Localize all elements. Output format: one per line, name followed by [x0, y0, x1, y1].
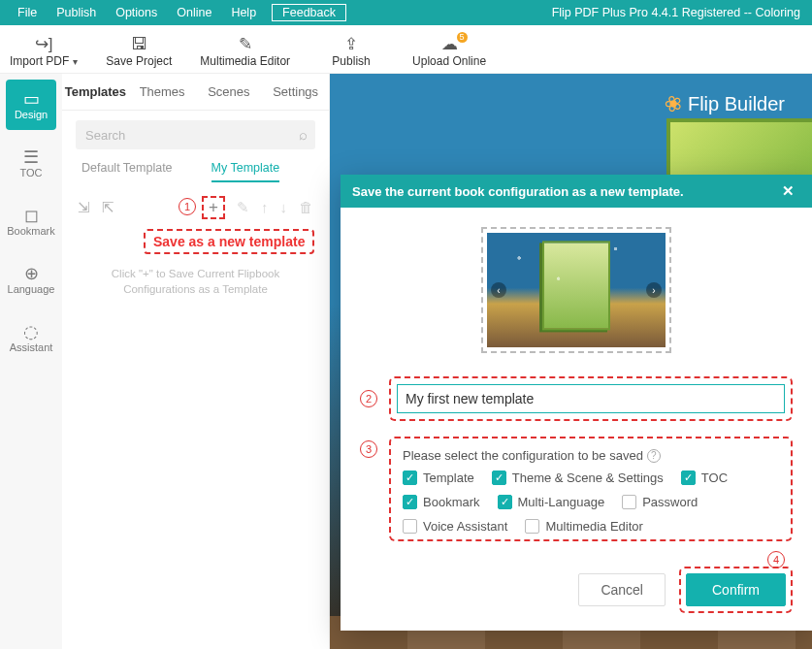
upload-badge: 5: [457, 32, 468, 43]
annotation-marker-3: 3: [360, 440, 377, 458]
multimedia-label: Multimedia Editor: [200, 54, 290, 68]
publish-icon: ⇪: [344, 35, 358, 54]
delete-template-icon[interactable]: 🗑: [299, 199, 313, 216]
menu-feedback[interactable]: Feedback: [272, 4, 346, 21]
panel-tabs: Templates Themes Scenes Settings: [62, 74, 329, 111]
brand-label: ❀ Flip Builder: [665, 91, 785, 116]
publish-label: Publish: [332, 54, 370, 68]
rail-toc-label: TOC: [19, 167, 42, 178]
leaf-icon: ❀: [661, 89, 686, 119]
menu-options[interactable]: Options: [106, 6, 167, 19]
checkbox-template[interactable]: ✓Template: [403, 471, 474, 485]
menu-help[interactable]: Help: [221, 6, 266, 19]
rail-bookmark[interactable]: ◻ Bookmark: [6, 196, 56, 246]
upload-label: Upload Online: [412, 54, 486, 68]
checkbox-voice-assistant[interactable]: Voice Assistant: [403, 519, 507, 534]
checkbox-toc[interactable]: ✓TOC: [681, 471, 728, 485]
checkbox-password[interactable]: Password: [622, 495, 698, 509]
toolbar: ↪] Import PDF 🖫 Save Project ✎ Multimedi…: [0, 25, 812, 74]
rail-design[interactable]: ▭ Design: [6, 80, 56, 130]
save-label: Save Project: [106, 54, 172, 68]
import-pdf-button[interactable]: ↪] Import PDF: [10, 35, 78, 68]
menu-publish[interactable]: Publish: [47, 6, 106, 19]
dialog-title: Save the current book configuration as a…: [352, 184, 684, 199]
rail-language[interactable]: ⊕ Language: [6, 254, 56, 305]
config-options: ✓Template ✓Theme & Scene & Settings ✓TOC…: [403, 471, 779, 534]
edit-icon: ✎: [239, 35, 252, 54]
thumb-prev-icon: ‹: [491, 282, 506, 298]
rail-design-label: Design: [15, 109, 48, 120]
tab-scenes[interactable]: Scenes: [196, 84, 263, 99]
import-label: Import PDF: [10, 54, 78, 68]
search-icon[interactable]: ⌕: [299, 126, 308, 143]
save-template-callout: Save as a new template: [144, 229, 314, 254]
import-template-icon[interactable]: ⇲: [78, 199, 90, 216]
menu-online[interactable]: Online: [167, 6, 221, 19]
checkbox-theme-scene-settings[interactable]: ✓Theme & Scene & Settings: [492, 471, 664, 485]
bookmark-icon: ◻: [24, 206, 39, 225]
confirm-button[interactable]: Confirm: [686, 573, 786, 606]
menu-file[interactable]: File: [8, 6, 47, 19]
export-template-icon[interactable]: ⇱: [102, 199, 114, 216]
dialog-header: Save the current book configuration as a…: [341, 175, 812, 208]
chat-icon: ◌: [23, 322, 39, 341]
rail-bookmark-label: Bookmark: [7, 225, 55, 237]
import-icon: ↪]: [35, 35, 53, 54]
globe-icon: ⊕: [24, 264, 39, 283]
rail-language-label: Language: [8, 283, 55, 295]
subtab-mytemplate[interactable]: My Template: [211, 161, 280, 182]
config-section-label: Please select the configuration to be sa…: [403, 448, 779, 463]
brand-text: Flip Builder: [688, 93, 785, 115]
save-template-dialog: Save the current book configuration as a…: [341, 175, 812, 631]
save-project-button[interactable]: 🖫 Save Project: [105, 35, 173, 68]
left-rail: ▭ Design ☰ TOC ◻ Bookmark ⊕ Language ◌ A…: [0, 74, 62, 649]
empty-hint: Click "+" to Save Current Flipbook Confi…: [76, 266, 315, 297]
template-name-input[interactable]: [397, 384, 785, 413]
rename-template-icon[interactable]: ✎: [237, 199, 249, 216]
multimedia-editor-button[interactable]: ✎ Multimedia Editor: [200, 35, 290, 68]
design-panel: Templates Themes Scenes Settings ⌕ Defau…: [62, 74, 330, 649]
tab-themes[interactable]: Themes: [129, 84, 196, 99]
annotation-marker-1: 1: [179, 198, 196, 215]
menu-bar: File Publish Options Online Help Feedbac…: [0, 0, 812, 25]
annotation-marker-4: 4: [767, 551, 785, 568]
add-template-button[interactable]: +: [202, 196, 225, 219]
tab-settings[interactable]: Settings: [262, 84, 329, 99]
checkbox-multi-language[interactable]: ✓Multi-Language: [498, 495, 605, 509]
toc-icon: ☰: [23, 147, 39, 167]
cloud-upload-icon: ☁5: [441, 35, 458, 54]
moveup-icon[interactable]: ↑: [261, 199, 269, 216]
cancel-button[interactable]: Cancel: [578, 573, 666, 606]
tab-templates[interactable]: Templates: [62, 84, 129, 99]
rail-toc[interactable]: ☰ TOC: [6, 138, 56, 188]
search-input[interactable]: [76, 120, 315, 149]
help-icon[interactable]: ?: [647, 449, 661, 463]
rail-assistant[interactable]: ◌ Assistant: [6, 312, 56, 363]
checkbox-bookmark[interactable]: ✓Bookmark: [403, 495, 480, 509]
annotation-marker-2: 2: [360, 390, 377, 407]
window-title: Flip PDF Plus Pro 4.4.1 Registered -- Co…: [552, 6, 804, 19]
checkbox-multimedia-editor[interactable]: Multimedia Editor: [525, 519, 642, 534]
upload-online-button[interactable]: ☁5 Upload Online: [412, 35, 486, 68]
publish-button[interactable]: ⇪ Publish: [317, 35, 385, 68]
save-icon: 🖫: [131, 35, 147, 54]
dialog-close-button[interactable]: ✕: [775, 182, 800, 200]
rail-assistant-label: Assistant: [10, 341, 53, 353]
template-thumbnail: ‹ ›: [481, 227, 671, 353]
movedown-icon[interactable]: ↓: [280, 199, 288, 216]
monitor-icon: ▭: [23, 89, 40, 109]
thumb-next-icon: ›: [646, 282, 662, 298]
subtab-default[interactable]: Default Template: [81, 161, 173, 182]
